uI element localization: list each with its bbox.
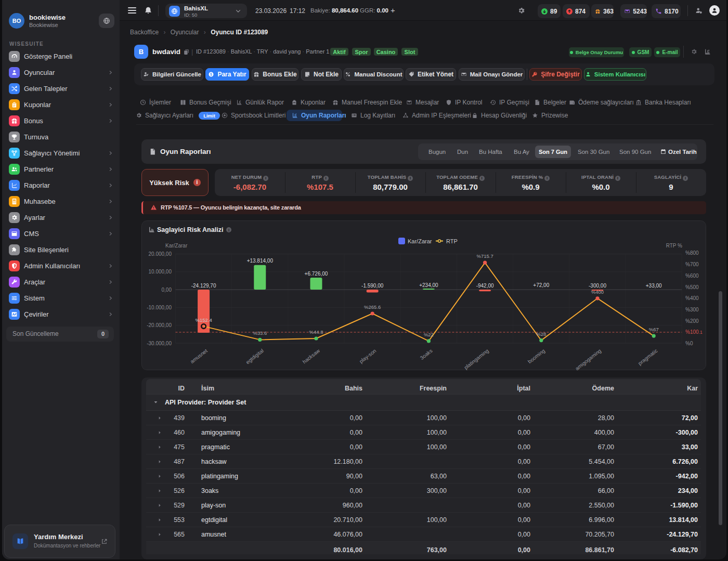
svg-text:%44.8: %44.8	[309, 329, 323, 335]
svg-text:i: i	[228, 228, 229, 232]
svg-text:%300: %300	[685, 307, 699, 312]
svg-text:%500: %500	[685, 284, 699, 290]
svg-text:%700: %700	[685, 262, 699, 267]
svg-text:-20.000,00: -20.000,00	[147, 322, 172, 328]
svg-text:%0: %0	[685, 341, 693, 346]
svg-text:+33,00: +33,00	[646, 283, 662, 289]
svg-text:-24.129,70: -24.129,70	[191, 283, 216, 289]
svg-text:-1.590,00: -1.590,00	[361, 283, 384, 289]
svg-text:-30.000,00: -30.000,00	[147, 341, 172, 346]
svg-text:-300,00: -300,00	[589, 283, 606, 289]
svg-text:RTP %: RTP %	[666, 243, 682, 249]
svg-text:RTP: RTP	[446, 238, 458, 244]
svg-text:+13.814,00: +13.814,00	[247, 258, 274, 264]
svg-text:%200: %200	[685, 318, 699, 324]
svg-text:%152.4: %152.4	[195, 317, 212, 323]
svg-text:+234,00: +234,00	[419, 282, 438, 288]
svg-text:%33.6: %33.6	[253, 330, 267, 336]
svg-text:Kar/Zarar: Kar/Zarar	[408, 238, 432, 244]
svg-text:10.000,00: 10.000,00	[149, 269, 172, 275]
svg-text:%100.1: %100.1	[685, 329, 703, 335]
svg-text:%600: %600	[685, 273, 699, 279]
svg-text:%22: %22	[424, 332, 434, 337]
svg-text:0,00: 0,00	[162, 287, 172, 293]
svg-text:%715.7: %715.7	[476, 253, 493, 259]
svg-text:+72,00: +72,00	[533, 282, 549, 288]
svg-text:Kar/Zarar: Kar/Zarar	[165, 243, 188, 249]
svg-text:%400: %400	[685, 295, 699, 301]
svg-text:%67: %67	[649, 327, 659, 332]
svg-text:20.000,00: 20.000,00	[149, 251, 172, 257]
svg-text:%28: %28	[536, 331, 546, 337]
svg-text:%800: %800	[685, 250, 699, 256]
svg-text:-942,00: -942,00	[476, 283, 494, 289]
svg-text:-10.000,00: -10.000,00	[147, 305, 172, 310]
svg-text:%265.6: %265.6	[364, 304, 381, 310]
svg-text:Saglayici Risk Analizi: Saglayici Risk Analizi	[157, 226, 223, 233]
svg-text:%400: %400	[591, 289, 604, 295]
svg-text:+6.726,00: +6.726,00	[305, 271, 328, 277]
